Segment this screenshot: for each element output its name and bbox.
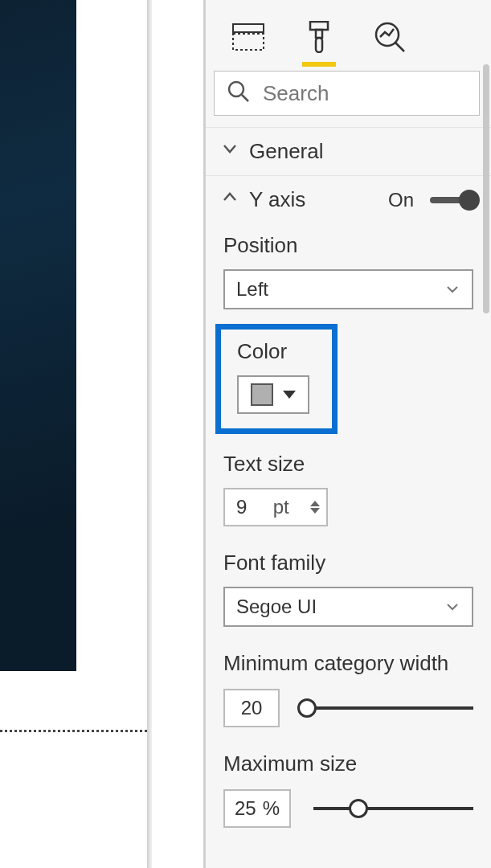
- max-size-value: 25: [235, 797, 256, 820]
- color-swatch: [251, 383, 273, 406]
- chevron-up-icon: [220, 187, 239, 212]
- visual-preview[interactable]: [0, 0, 76, 671]
- tab-fields[interactable]: [230, 20, 267, 57]
- text-size-value: 9: [236, 496, 247, 518]
- svg-point-7: [229, 82, 243, 96]
- section-y-axis-label: Y axis: [249, 187, 305, 212]
- chevron-down-icon: [444, 281, 460, 297]
- format-icon: [307, 21, 331, 56]
- search-input[interactable]: [214, 71, 480, 116]
- svg-rect-2: [310, 22, 328, 30]
- field-text-size: Text size 9 pt: [206, 442, 491, 541]
- format-panel: General Y axis On Position Left C: [205, 0, 491, 868]
- fields-icon: [232, 23, 264, 54]
- section-general-label: General: [249, 139, 324, 164]
- field-min-category-width: Minimum category width 20: [206, 641, 491, 742]
- font-family-value: Segoe UI: [236, 596, 317, 618]
- slider-track: [302, 706, 473, 710]
- report-canvas-area: [0, 0, 205, 868]
- caret-down-icon: [283, 391, 296, 399]
- section-y-axis[interactable]: Y axis On: [206, 175, 491, 223]
- position-label: Position: [223, 233, 473, 258]
- color-label: Color: [237, 339, 316, 364]
- max-size-input[interactable]: 25 %: [223, 789, 291, 828]
- chevron-down-icon: [444, 599, 460, 615]
- stepper-spinners: [310, 501, 320, 514]
- stepper-up-icon[interactable]: [310, 501, 320, 506]
- section-general[interactable]: General: [206, 127, 491, 175]
- svg-line-8: [242, 95, 248, 101]
- font-family-label: Font family: [223, 551, 473, 575]
- position-select[interactable]: Left: [223, 269, 473, 309]
- slider-track: [313, 807, 473, 810]
- text-size-stepper[interactable]: 9 pt: [223, 488, 328, 526]
- field-color-highlighted: Color: [215, 324, 338, 434]
- analytics-icon: [374, 21, 406, 56]
- toggle-knob: [459, 190, 480, 211]
- font-family-select[interactable]: Segoe UI: [223, 587, 473, 627]
- svg-line-6: [395, 43, 404, 51]
- scrollbar-thumb[interactable]: [483, 64, 489, 313]
- svg-rect-3: [316, 30, 322, 38]
- slider-handle[interactable]: [297, 698, 317, 718]
- chevron-down-icon: [220, 139, 239, 164]
- max-size-label: Maximum size: [223, 751, 473, 776]
- max-size-slider[interactable]: [313, 797, 473, 820]
- panel-scrollbar[interactable]: [481, 0, 491, 868]
- min-cat-width-slider[interactable]: [302, 697, 473, 719]
- field-position: Position Left: [206, 223, 491, 324]
- pane-tabs: [206, 0, 491, 63]
- color-picker-button[interactable]: [237, 375, 309, 414]
- min-cat-width-input[interactable]: 20: [223, 689, 280, 727]
- position-value: Left: [236, 278, 268, 301]
- text-size-unit: pt: [273, 496, 289, 518]
- stepper-down-icon[interactable]: [310, 508, 320, 514]
- tab-analytics[interactable]: [371, 20, 408, 57]
- max-size-unit: %: [263, 797, 280, 820]
- y-axis-toggle[interactable]: [430, 197, 477, 203]
- text-size-label: Text size: [223, 452, 473, 477]
- search-wrapper: [214, 71, 480, 116]
- slider-handle[interactable]: [349, 799, 368, 818]
- svg-rect-1: [233, 34, 264, 50]
- field-max-size: Maximum size 25 %: [206, 742, 491, 842]
- svg-rect-4: [316, 38, 322, 52]
- svg-rect-0: [233, 24, 264, 32]
- min-cat-width-value: 20: [241, 697, 263, 719]
- tab-format[interactable]: [301, 20, 338, 57]
- canvas-edge-shadow: [147, 0, 152, 868]
- field-font-family: Font family Segoe UI: [206, 541, 491, 641]
- min-cat-width-label: Minimum category width: [223, 651, 473, 676]
- y-axis-toggle-label: On: [388, 189, 414, 211]
- search-icon: [227, 80, 251, 107]
